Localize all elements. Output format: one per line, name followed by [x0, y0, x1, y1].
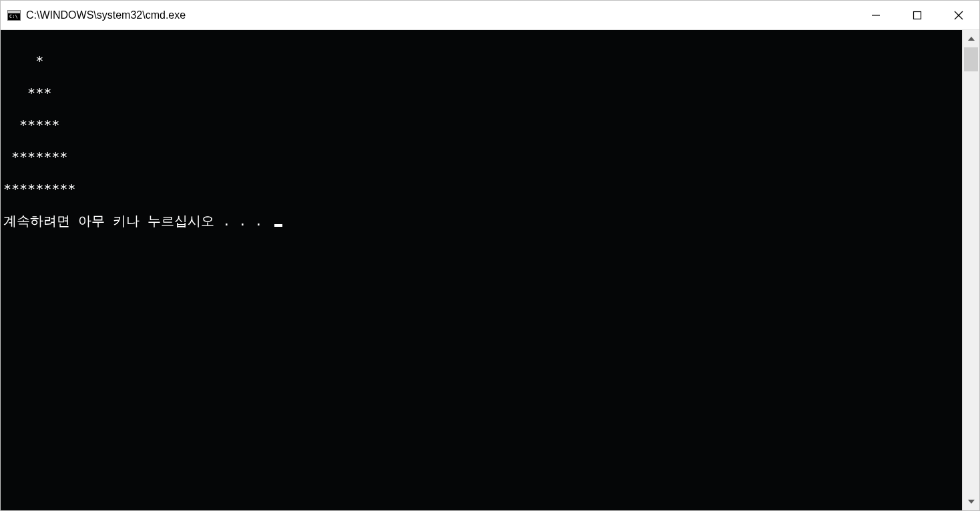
- svg-rect-1: [914, 11, 921, 19]
- svg-marker-4: [968, 37, 975, 41]
- prompt-text: 계속하려면 아무 키나 누르십시오 . . .: [3, 213, 270, 229]
- scroll-thumb[interactable]: [964, 47, 978, 71]
- output-line: ***: [3, 85, 959, 101]
- maximize-button[interactable]: [897, 1, 938, 29]
- titlebar[interactable]: C:\ C:\WINDOWS\system32\cmd.exe: [1, 1, 979, 30]
- svg-marker-5: [968, 500, 975, 504]
- cmd-window: C:\ C:\WINDOWS\system32\cmd.exe * *** **…: [0, 0, 980, 511]
- cmd-app-icon: C:\: [7, 9, 21, 22]
- vertical-scrollbar[interactable]: [962, 30, 979, 510]
- scroll-down-button[interactable]: [963, 493, 979, 510]
- client-area: * *** ***** ******* ********* 계속하려면 아무 키…: [1, 30, 979, 510]
- maximize-icon: [913, 11, 922, 20]
- chevron-down-icon: [968, 500, 975, 504]
- minimize-icon: [871, 11, 881, 20]
- scroll-track[interactable]: [963, 47, 979, 493]
- minimize-button[interactable]: [855, 1, 897, 29]
- output-line: *******: [3, 149, 959, 165]
- window-title: C:\WINDOWS\system32\cmd.exe: [26, 9, 186, 21]
- output-line: *****: [3, 117, 959, 133]
- output-line: *: [3, 53, 959, 69]
- cursor: [274, 224, 282, 227]
- close-button[interactable]: [938, 1, 979, 29]
- window-controls: [855, 1, 979, 29]
- output-line: *********: [3, 181, 959, 197]
- console-output[interactable]: * *** ***** ******* ********* 계속하려면 아무 키…: [1, 30, 962, 510]
- prompt-line: 계속하려면 아무 키나 누르십시오 . . .: [3, 213, 959, 229]
- close-icon: [954, 11, 963, 20]
- chevron-up-icon: [968, 37, 975, 41]
- scroll-up-button[interactable]: [963, 30, 979, 47]
